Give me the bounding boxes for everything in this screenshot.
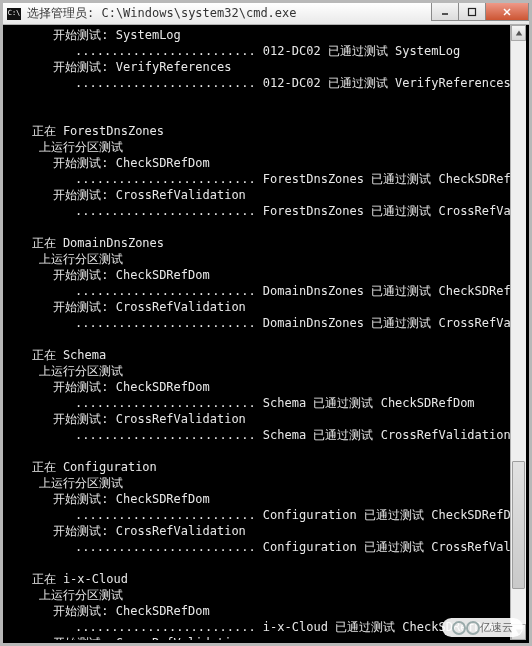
terminal-line: 正在 DomainDnsZones [10, 235, 522, 251]
maximize-button[interactable] [458, 3, 486, 21]
terminal-line: ......................... Schema 已通过测试 C… [10, 427, 522, 443]
minimize-button[interactable] [431, 3, 459, 21]
terminal-line: 正在 Configuration [10, 459, 522, 475]
terminal-line: 开始测试: SystemLog [10, 27, 522, 43]
terminal-line: 上运行分区测试 [10, 363, 522, 379]
terminal-line: 上运行分区测试 [10, 587, 522, 603]
terminal-line: 上运行分区测试 [10, 139, 522, 155]
cmd-icon: C:\ [7, 8, 21, 20]
terminal-line: ......................... ForestDnsZones… [10, 203, 522, 219]
terminal-line [10, 219, 522, 235]
terminal-line: 上运行分区测试 [10, 251, 522, 267]
scroll-thumb[interactable] [512, 461, 525, 589]
terminal-line [10, 443, 522, 459]
terminal-line: ......................... DomainDnsZones… [10, 315, 522, 331]
terminal-line [10, 91, 522, 107]
watermark-text: 亿速云 [480, 620, 513, 635]
terminal-line: 开始测试: CheckSDRefDom [10, 491, 522, 507]
terminal-line: 开始测试: CheckSDRefDom [10, 155, 522, 171]
terminal-line: 正在 i-x-Cloud [10, 571, 522, 587]
terminal-line: ......................... Configuration … [10, 539, 522, 555]
terminal-line: 正在 Schema [10, 347, 522, 363]
terminal-line: 开始测试: CheckSDRefDom [10, 379, 522, 395]
terminal-line [10, 331, 522, 347]
vertical-scrollbar[interactable] [510, 25, 526, 640]
terminal-line: 上运行分区测试 [10, 475, 522, 491]
terminal-line [10, 107, 522, 123]
terminal-line [10, 555, 522, 571]
terminal-line: ......................... ForestDnsZones… [10, 171, 522, 187]
terminal-output[interactable]: 开始测试: SystemLog ........................… [6, 25, 526, 640]
terminal-line: 开始测试: VerifyReferences [10, 59, 522, 75]
watermark-logo-icon [466, 621, 480, 635]
svg-rect-1 [469, 8, 476, 15]
svg-marker-4 [515, 31, 521, 36]
terminal-line: 开始测试: CrossRefValidation [10, 299, 522, 315]
terminal-line: 开始测试: CrossRefValidation [10, 411, 522, 427]
scroll-track[interactable] [511, 41, 526, 624]
close-button[interactable] [485, 3, 529, 21]
watermark-badge: 亿速云 [442, 618, 523, 637]
terminal-line: ......................... Schema 已通过测试 C… [10, 395, 522, 411]
titlebar[interactable]: C:\ 选择管理员: C:\Windows\system32\cmd.exe [3, 3, 529, 25]
terminal-line: 开始测试: CheckSDRefDom [10, 267, 522, 283]
scroll-up-button[interactable] [511, 25, 526, 41]
terminal-line: 开始测试: CheckSDRefDom [10, 603, 522, 619]
terminal-line: 开始测试: CrossRefValidation [10, 635, 522, 640]
watermark-logo-icon [452, 621, 466, 635]
terminal-line: ......................... Configuration … [10, 507, 522, 523]
terminal-line: 开始测试: CrossRefValidation [10, 187, 522, 203]
terminal-line: ......................... 012-DC02 已通过测试… [10, 43, 522, 59]
terminal-line: 开始测试: CrossRefValidation [10, 523, 522, 539]
window-title: 选择管理员: C:\Windows\system32\cmd.exe [27, 5, 432, 22]
window-buttons [432, 3, 529, 24]
terminal-line: 正在 ForestDnsZones [10, 123, 522, 139]
terminal-line: ......................... DomainDnsZones… [10, 283, 522, 299]
terminal-line: ......................... 012-DC02 已通过测试… [10, 75, 522, 91]
cmd-window: C:\ 选择管理员: C:\Windows\system32\cmd.exe 开… [0, 0, 532, 646]
